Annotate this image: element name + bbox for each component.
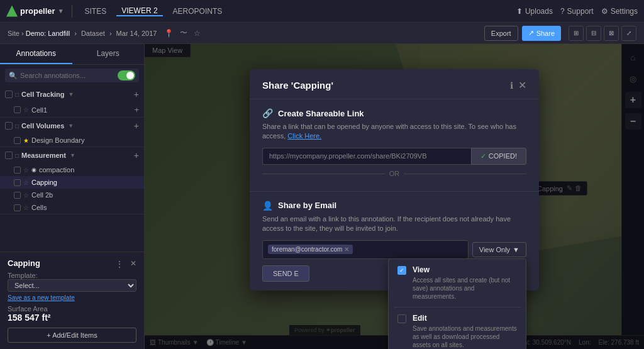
send-email-button[interactable]: SEND E	[262, 265, 309, 282]
click-here-link[interactable]: Click Here.	[287, 132, 321, 140]
view-mode-3[interactable]: ⊠	[604, 26, 619, 41]
item-compaction-checkbox[interactable]	[14, 167, 21, 174]
list-item-compaction[interactable]: ☆ ◉ compaction	[0, 163, 144, 176]
fullscreen-icon[interactable]: ⤢	[621, 26, 636, 41]
list-item-cells[interactable]: ☆ Cells	[0, 201, 144, 214]
item-capping-checkbox[interactable]	[14, 179, 21, 186]
permission-dropdown-btn[interactable]: View Only ▼	[472, 242, 526, 257]
group-measurement-header[interactable]: □ Measurement ▼ +	[0, 147, 144, 163]
breadcrumb-site: Site › Demo: Landfill › Dataset › Mar 14…	[8, 30, 157, 37]
nav-aeropoints[interactable]: AEROPOINTS	[168, 7, 228, 16]
email-input-area[interactable]: foreman@contractor.com ✕	[262, 240, 469, 259]
group-cell-tracking-checkbox[interactable]	[5, 91, 13, 98]
item-cell1-star[interactable]: ☆	[23, 106, 29, 113]
perm-item-edit[interactable]: Edit Save annotations and measurements a…	[389, 307, 526, 349]
breadcrumb-date: Mar 14, 2017	[116, 30, 157, 37]
list-item-capping[interactable]: ☆ Capping	[0, 176, 144, 189]
uploads-label: Uploads	[525, 7, 553, 16]
nav-support[interactable]: ? Support	[560, 7, 594, 16]
top-nav: propeller ▼ SITES VIEWER 2 AEROPOINTS ⬆ …	[0, 0, 644, 23]
modal-close-btn[interactable]: ✕	[518, 79, 526, 91]
group-cell-tracking-label: Cell Tracking	[21, 91, 64, 98]
list-item-design-boundary[interactable]: ★ Design Boundary	[0, 134, 144, 147]
tab-annotations[interactable]: Annotations	[0, 44, 72, 64]
perm-edit-checkbox[interactable]	[397, 314, 406, 323]
logo-arrow[interactable]: ▼	[58, 8, 64, 14]
or-divider: OR	[262, 170, 526, 177]
perm-view-checkbox[interactable]: ✓	[397, 266, 406, 275]
surface-area-value: 158 547 ft²	[8, 313, 136, 323]
create-link-title: Create Shareable Link	[278, 109, 364, 118]
share-button[interactable]: ↗ Share	[522, 26, 561, 41]
logo-icon	[6, 6, 18, 17]
nav-uploads[interactable]: ⬆ Uploads	[516, 7, 553, 16]
item-cells-checkbox[interactable]	[14, 204, 21, 211]
email-tag-close-btn[interactable]: ✕	[344, 246, 349, 253]
breadcrumb-site-name[interactable]: Demo: Landfill	[26, 30, 70, 37]
panel-menu-btn[interactable]: ⋮	[115, 259, 124, 269]
share-icon: ↗	[528, 29, 534, 37]
export-button[interactable]: Export	[484, 26, 518, 41]
nav-viewer[interactable]: VIEWER 2	[116, 6, 162, 16]
sidebar-tabs: Annotations Layers	[0, 44, 144, 65]
chart-icon: 〜	[180, 28, 187, 38]
logo-text: propeller	[20, 6, 55, 16]
group-cell-volumes: □ Cell Volumes ▼ + ★ Design Boundary	[0, 118, 144, 147]
modal-info-icon[interactable]: ℹ	[510, 80, 513, 91]
share-email-title: Share by Email	[278, 201, 336, 210]
shareable-link-input[interactable]	[262, 148, 471, 165]
item-cells-star[interactable]: ☆	[23, 204, 29, 211]
permission-arrow: ▼	[513, 246, 519, 253]
group-cell-volumes-header[interactable]: □ Cell Volumes ▼ +	[0, 118, 144, 134]
group-cell-volumes-add[interactable]: +	[134, 121, 139, 131]
group-measurement-checkbox[interactable]	[5, 152, 13, 159]
item-compaction-star[interactable]: ☆	[23, 167, 29, 174]
nav-divider-1	[72, 5, 72, 18]
copied-button[interactable]: ✓ COPIED!	[471, 148, 526, 165]
list-item-cell1[interactable]: ☆ Cell1 +	[0, 102, 144, 117]
group-measurement-icon: □	[15, 152, 19, 159]
item-cell2b-checkbox[interactable]	[14, 192, 21, 199]
nav-settings[interactable]: ⚙ Settings	[601, 7, 638, 16]
item-design-boundary-checkbox[interactable]	[14, 137, 21, 144]
view-mode-1[interactable]: ⊞	[569, 26, 584, 41]
tab-layers[interactable]: Layers	[72, 44, 145, 64]
group-cell-tracking-add[interactable]: +	[134, 89, 139, 99]
nav-sites[interactable]: SITES	[80, 7, 112, 16]
gear-icon: ⚙	[601, 7, 608, 16]
permission-dropdown: View Only ▼ ✓ View	[472, 242, 526, 257]
share-email-section: 👤 Share by Email Send an email with a li…	[250, 192, 539, 291]
item-cell1-checkbox[interactable]	[14, 106, 21, 113]
group-cell-volumes-checkbox[interactable]	[5, 122, 13, 130]
save-template-link[interactable]: Save as a new template	[8, 294, 136, 301]
breadcrumb-sep-3: ›	[109, 30, 112, 37]
toggle-visibility[interactable]	[118, 70, 135, 80]
toolbar-icons: ⊞ ⊟ ⊠ ⤢	[569, 26, 636, 41]
perm-item-view[interactable]: ✓ View Access all sites and create (but …	[389, 259, 526, 307]
settings-label: Settings	[611, 7, 638, 16]
item-cell2b-star[interactable]: ☆	[23, 192, 29, 199]
app-logo[interactable]: propeller ▼	[6, 6, 64, 17]
surface-area-label: Surface Area	[8, 305, 136, 313]
group-measurement: □ Measurement ▼ + ☆ ◉ compaction ☆ Cappi…	[0, 147, 144, 214]
search-bar: 🔍	[5, 69, 139, 82]
add-edit-button[interactable]: + Add/Edit Items	[8, 328, 136, 343]
search-input[interactable]	[20, 72, 115, 79]
perm-view-check: ✓	[399, 267, 404, 274]
email-input-field[interactable]	[355, 246, 442, 253]
item-capping-star[interactable]: ☆	[23, 179, 29, 186]
group-cell-tracking-header[interactable]: □ Cell Tracking ▼ +	[0, 86, 144, 102]
breadcrumb-sep-1: ›	[21, 30, 24, 37]
item-cells-label: Cells	[31, 204, 139, 211]
item-cell1-add[interactable]: +	[134, 105, 139, 114]
view-mode-2[interactable]: ⊟	[586, 26, 601, 41]
template-select[interactable]: Select...	[8, 279, 136, 292]
group-cell-tracking-arrow: ▼	[69, 91, 74, 97]
group-measurement-add[interactable]: +	[134, 150, 139, 160]
perm-edit-desc: Save annotations and measurements as wel…	[413, 324, 517, 349]
list-item-cell2b[interactable]: ☆ Cell 2b	[0, 189, 144, 201]
panel-close-btn[interactable]: ✕	[130, 259, 136, 269]
perm-view-name: View	[413, 265, 517, 274]
item-design-boundary-star[interactable]: ★	[23, 137, 29, 144]
item-capping-label: Capping	[31, 179, 139, 186]
